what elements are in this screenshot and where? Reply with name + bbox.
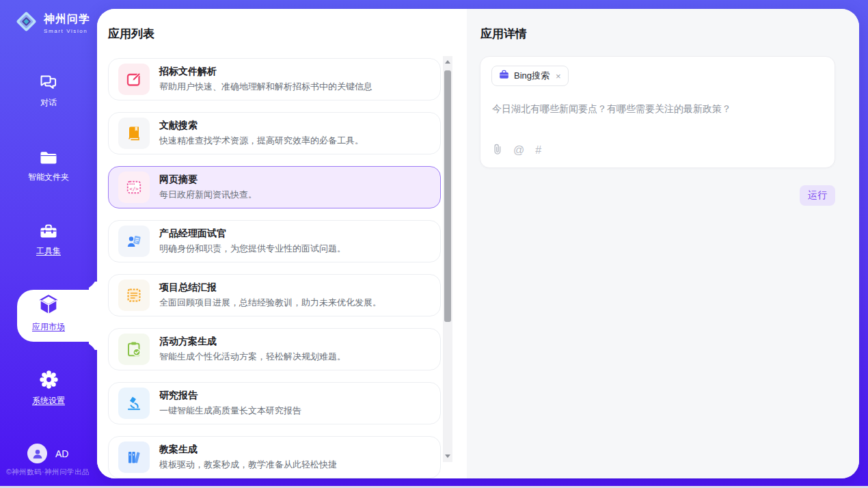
- sidebar-item-label: 应用市场: [32, 323, 65, 331]
- sidebar-item-toolset[interactable]: 工具集: [0, 223, 97, 255]
- app-detail-title: 应用详情: [480, 26, 527, 42]
- app-card[interactable]: 教案生成 模板驱动，教案秒成，教学准备从此轻松快捷: [108, 436, 441, 478]
- microscope-icon: [118, 388, 150, 419]
- scroll-down-icon[interactable]: [445, 455, 450, 458]
- app-card[interactable]: 活动方案生成 智能生成个性化活动方案，轻松解决规划难题。: [108, 328, 441, 370]
- paperclip-icon[interactable]: [492, 143, 502, 158]
- sidebar: 神州问学 Smart Vision 对话 智能文件夹: [0, 0, 97, 488]
- sidebar-item-settings[interactable]: 系统设置: [0, 370, 97, 405]
- app-description: 每日政府新闻资讯快查。: [159, 189, 257, 201]
- app-name: 网页摘要: [159, 174, 257, 186]
- tool-tag-label: Bing搜索: [514, 70, 550, 82]
- app-description: 明确身份和职责，为您提供专业性的面试问题。: [159, 243, 346, 255]
- scrollbar-thumb[interactable]: [444, 70, 451, 322]
- attachment-toolbar: @ #: [492, 143, 541, 158]
- app-name: 研究报告: [159, 390, 301, 402]
- edit-square-icon: [118, 64, 150, 95]
- tool-tag-bing-search[interactable]: Bing搜索 ×: [491, 66, 569, 86]
- app-root: { "brand": { "name": "神州问学", "tagline": …: [0, 0, 868, 488]
- brand-logo: 神州问学 Smart Vision: [14, 9, 90, 37]
- cube-icon: [37, 294, 60, 318]
- user-account[interactable]: AD: [27, 444, 68, 463]
- briefcase-icon: [499, 70, 509, 82]
- app-card[interactable]: 文献搜索 快速精准查找学术资源，提高研究效率的必备工具。: [108, 112, 441, 154]
- app-card[interactable]: 项目总结汇报 全面回顾项目进展，总结经验教训，助力未来优化发展。: [108, 274, 441, 316]
- interview-icon: [118, 226, 150, 257]
- app-description: 智能生成个性化活动方案，轻松解决规划难题。: [159, 351, 346, 363]
- app-name: 文献搜索: [159, 120, 364, 132]
- person-icon: [31, 448, 44, 460]
- gear-icon: [39, 370, 59, 392]
- brand-name: 神州问学: [44, 12, 90, 27]
- app-list-title: 应用列表: [108, 26, 154, 42]
- app-name: 项目总结汇报: [159, 282, 381, 294]
- sidebar-item-smart-folder[interactable]: 智能文件夹: [0, 150, 97, 181]
- user-name: AD: [55, 448, 68, 459]
- sidebar-item-label: 智能文件夹: [28, 173, 69, 181]
- main-window: 应用列表 招标文件解析 帮助用户快速、准确地理解和解析招标书中的关键信息: [97, 9, 859, 478]
- active-nav-curve-bottom: [81, 342, 97, 358]
- app-card[interactable]: 研究报告 一键智能生成高质量长文本研究报告: [108, 382, 441, 424]
- sidebar-item-label: 对话: [40, 98, 57, 107]
- app-name: 教案生成: [159, 444, 337, 456]
- app-name: 招标文件解析: [159, 66, 372, 78]
- app-description: 一键智能生成高质量长文本研究报告: [159, 405, 301, 417]
- list-scrollbar[interactable]: [443, 56, 452, 462]
- app-name: 活动方案生成: [159, 336, 346, 348]
- app-card[interactable]: 产品经理面试官 明确身份和职责，为您提供专业性的面试问题。: [108, 220, 441, 262]
- app-description: 模板驱动，教案秒成，教学准备从此轻松快捷: [159, 459, 337, 471]
- books-icon: [118, 442, 150, 473]
- app-description: 快速精准查找学术资源，提高研究效率的必备工具。: [159, 135, 364, 147]
- app-description: 帮助用户快速、准确地理解和解析招标书中的关键信息: [159, 81, 372, 93]
- close-icon[interactable]: ×: [556, 72, 561, 81]
- chat-icon: [38, 74, 59, 94]
- prompt-input[interactable]: 今日湖北有哪些新闻要点？有哪些需要关注的最新政策？: [492, 103, 824, 116]
- copyright-text: ©神州数码·神州问学出品: [0, 467, 96, 477]
- app-card-selected[interactable]: </> 网页摘要 每日政府新闻资讯快查。: [108, 166, 441, 208]
- app-list-panel: 应用列表 招标文件解析 帮助用户快速、准确地理解和解析招标书中的关键信息: [97, 9, 467, 478]
- at-icon[interactable]: @: [513, 145, 524, 156]
- app-name: 产品经理面试官: [159, 228, 346, 240]
- sidebar-item-chat[interactable]: 对话: [0, 74, 97, 107]
- avatar[interactable]: [27, 444, 47, 463]
- hash-icon[interactable]: #: [535, 145, 541, 156]
- toolbox-icon: [38, 223, 59, 242]
- book-icon: [118, 118, 150, 149]
- scroll-up-icon[interactable]: [445, 60, 450, 64]
- browser-code-icon: </>: [118, 172, 150, 203]
- app-card[interactable]: 招标文件解析 帮助用户快速、准确地理解和解析招标书中的关键信息: [108, 58, 441, 100]
- active-nav-curve-top: [81, 273, 97, 290]
- app-description: 全面回顾项目进展，总结经验教训，助力未来优化发展。: [159, 297, 381, 309]
- sidebar-item-app-market[interactable]: 应用市场: [0, 294, 97, 331]
- diamond-logo-icon: [14, 9, 39, 37]
- folder-icon: [38, 150, 59, 168]
- brand-tagline: Smart Vision: [44, 28, 90, 34]
- sidebar-item-label: 工具集: [36, 247, 61, 255]
- sidebar-item-label: 系统设置: [32, 396, 65, 405]
- svg-text:</>: </>: [129, 186, 139, 192]
- note-icon: [118, 280, 150, 311]
- app-list: 招标文件解析 帮助用户快速、准确地理解和解析招标书中的关键信息 文献搜索 快速精…: [108, 58, 441, 478]
- run-button[interactable]: 运行: [800, 185, 835, 206]
- prompt-card: Bing搜索 × 今日湖北有哪些新闻要点？有哪些需要关注的最新政策？ @ #: [480, 56, 835, 168]
- app-detail-panel: 应用详情 Bing搜索 × 今日湖北有哪些新闻要点？有哪些需要关注的最新政策？: [467, 9, 859, 478]
- clipboard-check-icon: [118, 334, 150, 365]
